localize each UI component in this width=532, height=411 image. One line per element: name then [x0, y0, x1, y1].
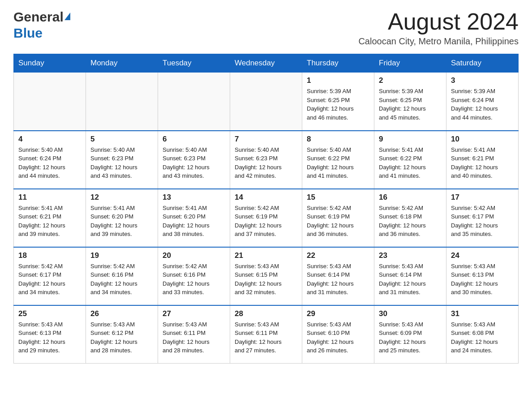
logo-general: General: [13, 9, 64, 25]
day-info: Sunrise: 5:42 AM Sunset: 6:19 PM Dayligh…: [307, 204, 369, 239]
day-number: 28: [235, 309, 297, 318]
logo-arrow-icon: [64, 13, 70, 20]
day-info: Sunrise: 5:43 AM Sunset: 6:14 PM Dayligh…: [307, 262, 369, 297]
day-info: Sunrise: 5:43 AM Sunset: 6:13 PM Dayligh…: [18, 320, 81, 355]
day-info: Sunrise: 5:43 AM Sunset: 6:11 PM Dayligh…: [163, 320, 225, 355]
day-number: 16: [379, 193, 442, 202]
location: Caloocan City, Metro Manila, Philippines: [358, 36, 519, 47]
calendar-cell: 23Sunrise: 5:43 AM Sunset: 6:14 PM Dayli…: [374, 247, 446, 305]
calendar-cell: 25Sunrise: 5:43 AM Sunset: 6:13 PM Dayli…: [14, 305, 86, 364]
day-info: Sunrise: 5:43 AM Sunset: 6:13 PM Dayligh…: [451, 262, 514, 297]
calendar-header-wednesday: Wednesday: [230, 54, 302, 73]
day-info: Sunrise: 5:43 AM Sunset: 6:09 PM Dayligh…: [379, 320, 442, 355]
day-info: Sunrise: 5:43 AM Sunset: 6:14 PM Dayligh…: [379, 262, 442, 297]
calendar-cell: 4Sunrise: 5:40 AM Sunset: 6:24 PM Daylig…: [14, 131, 86, 189]
day-info: Sunrise: 5:42 AM Sunset: 6:19 PM Dayligh…: [235, 204, 297, 239]
day-number: 17: [451, 193, 514, 202]
calendar-cell: [86, 73, 158, 131]
day-info: Sunrise: 5:42 AM Sunset: 6:17 PM Dayligh…: [451, 204, 514, 239]
day-number: 9: [379, 135, 442, 144]
day-info: Sunrise: 5:41 AM Sunset: 6:22 PM Dayligh…: [379, 146, 442, 180]
calendar-cell: 1Sunrise: 5:39 AM Sunset: 6:25 PM Daylig…: [302, 73, 374, 131]
day-info: Sunrise: 5:41 AM Sunset: 6:20 PM Dayligh…: [163, 204, 225, 239]
calendar-cell: 31Sunrise: 5:43 AM Sunset: 6:08 PM Dayli…: [446, 305, 519, 364]
day-info: Sunrise: 5:39 AM Sunset: 6:24 PM Dayligh…: [451, 87, 514, 122]
day-number: 22: [307, 251, 369, 260]
calendar-week-row: 18Sunrise: 5:42 AM Sunset: 6:17 PM Dayli…: [14, 247, 519, 305]
calendar-header-monday: Monday: [86, 54, 158, 73]
title-area: August 2024 Caloocan City, Metro Manila,…: [358, 9, 519, 47]
calendar-header-thursday: Thursday: [302, 54, 374, 73]
day-number: 8: [307, 135, 369, 144]
calendar-cell: 10Sunrise: 5:41 AM Sunset: 6:21 PM Dayli…: [446, 131, 519, 189]
day-number: 4: [18, 135, 81, 144]
calendar-cell: 14Sunrise: 5:42 AM Sunset: 6:19 PM Dayli…: [230, 189, 302, 247]
day-number: 26: [90, 309, 153, 318]
calendar-cell: 30Sunrise: 5:43 AM Sunset: 6:09 PM Dayli…: [374, 305, 446, 364]
calendar-header-row: SundayMondayTuesdayWednesdayThursdayFrid…: [14, 54, 519, 73]
calendar-cell: 19Sunrise: 5:42 AM Sunset: 6:16 PM Dayli…: [86, 247, 158, 305]
day-number: 15: [307, 193, 369, 202]
calendar-header-saturday: Saturday: [446, 54, 519, 73]
calendar-cell: 3Sunrise: 5:39 AM Sunset: 6:24 PM Daylig…: [446, 73, 519, 131]
calendar-cell: 20Sunrise: 5:42 AM Sunset: 6:16 PM Dayli…: [158, 247, 230, 305]
calendar-header-sunday: Sunday: [14, 54, 86, 73]
calendar-cell: [14, 73, 86, 131]
day-number: 13: [163, 193, 225, 202]
header: General Blue August 2024 Caloocan City, …: [13, 9, 519, 47]
day-number: 14: [235, 193, 297, 202]
calendar-cell: 13Sunrise: 5:41 AM Sunset: 6:20 PM Dayli…: [158, 189, 230, 247]
calendar-cell: 5Sunrise: 5:40 AM Sunset: 6:23 PM Daylig…: [86, 131, 158, 189]
calendar-cell: 16Sunrise: 5:42 AM Sunset: 6:18 PM Dayli…: [374, 189, 446, 247]
calendar-week-row: 4Sunrise: 5:40 AM Sunset: 6:24 PM Daylig…: [14, 131, 519, 189]
day-info: Sunrise: 5:41 AM Sunset: 6:21 PM Dayligh…: [18, 204, 81, 239]
calendar-cell: [158, 73, 230, 131]
day-info: Sunrise: 5:43 AM Sunset: 6:08 PM Dayligh…: [451, 320, 514, 355]
day-info: Sunrise: 5:41 AM Sunset: 6:20 PM Dayligh…: [90, 204, 153, 239]
calendar-cell: 2Sunrise: 5:39 AM Sunset: 6:25 PM Daylig…: [374, 73, 446, 131]
day-number: 2: [379, 76, 442, 85]
day-info: Sunrise: 5:39 AM Sunset: 6:25 PM Dayligh…: [307, 87, 369, 122]
day-number: 11: [18, 193, 81, 202]
day-number: 23: [379, 251, 442, 260]
month-title: August 2024: [358, 9, 519, 34]
day-number: 29: [307, 309, 369, 318]
calendar-cell: 29Sunrise: 5:43 AM Sunset: 6:10 PM Dayli…: [302, 305, 374, 364]
calendar-header-tuesday: Tuesday: [158, 54, 230, 73]
day-info: Sunrise: 5:42 AM Sunset: 6:17 PM Dayligh…: [18, 262, 81, 297]
calendar-week-row: 11Sunrise: 5:41 AM Sunset: 6:21 PM Dayli…: [14, 189, 519, 247]
day-number: 12: [90, 193, 153, 202]
day-info: Sunrise: 5:41 AM Sunset: 6:21 PM Dayligh…: [451, 146, 514, 180]
calendar-cell: 26Sunrise: 5:43 AM Sunset: 6:12 PM Dayli…: [86, 305, 158, 364]
calendar-cell: 27Sunrise: 5:43 AM Sunset: 6:11 PM Dayli…: [158, 305, 230, 364]
calendar-cell: 8Sunrise: 5:40 AM Sunset: 6:22 PM Daylig…: [302, 131, 374, 189]
calendar-cell: 6Sunrise: 5:40 AM Sunset: 6:23 PM Daylig…: [158, 131, 230, 189]
day-info: Sunrise: 5:40 AM Sunset: 6:24 PM Dayligh…: [18, 146, 81, 180]
day-info: Sunrise: 5:40 AM Sunset: 6:23 PM Dayligh…: [235, 146, 297, 180]
day-info: Sunrise: 5:40 AM Sunset: 6:23 PM Dayligh…: [163, 146, 225, 180]
day-info: Sunrise: 5:40 AM Sunset: 6:23 PM Dayligh…: [90, 146, 153, 180]
day-info: Sunrise: 5:40 AM Sunset: 6:22 PM Dayligh…: [307, 146, 369, 180]
calendar-week-row: 1Sunrise: 5:39 AM Sunset: 6:25 PM Daylig…: [14, 73, 519, 131]
calendar-cell: 21Sunrise: 5:43 AM Sunset: 6:15 PM Dayli…: [230, 247, 302, 305]
calendar-cell: 9Sunrise: 5:41 AM Sunset: 6:22 PM Daylig…: [374, 131, 446, 189]
calendar-week-row: 25Sunrise: 5:43 AM Sunset: 6:13 PM Dayli…: [14, 305, 519, 364]
calendar-cell: 18Sunrise: 5:42 AM Sunset: 6:17 PM Dayli…: [14, 247, 86, 305]
day-info: Sunrise: 5:43 AM Sunset: 6:12 PM Dayligh…: [90, 320, 153, 355]
day-number: 31: [451, 309, 514, 318]
day-info: Sunrise: 5:42 AM Sunset: 6:16 PM Dayligh…: [163, 262, 225, 297]
calendar-cell: 24Sunrise: 5:43 AM Sunset: 6:13 PM Dayli…: [446, 247, 519, 305]
calendar-cell: 15Sunrise: 5:42 AM Sunset: 6:19 PM Dayli…: [302, 189, 374, 247]
day-number: 27: [163, 309, 225, 318]
day-number: 18: [18, 251, 81, 260]
day-number: 3: [451, 76, 514, 85]
calendar-cell: 17Sunrise: 5:42 AM Sunset: 6:17 PM Dayli…: [446, 189, 519, 247]
day-number: 6: [163, 135, 225, 144]
day-number: 19: [90, 251, 153, 260]
calendar-cell: 7Sunrise: 5:40 AM Sunset: 6:23 PM Daylig…: [230, 131, 302, 189]
day-info: Sunrise: 5:43 AM Sunset: 6:10 PM Dayligh…: [307, 320, 369, 355]
day-info: Sunrise: 5:42 AM Sunset: 6:18 PM Dayligh…: [379, 204, 442, 239]
day-number: 1: [307, 76, 369, 85]
calendar-cell: 11Sunrise: 5:41 AM Sunset: 6:21 PM Dayli…: [14, 189, 86, 247]
day-number: 21: [235, 251, 297, 260]
